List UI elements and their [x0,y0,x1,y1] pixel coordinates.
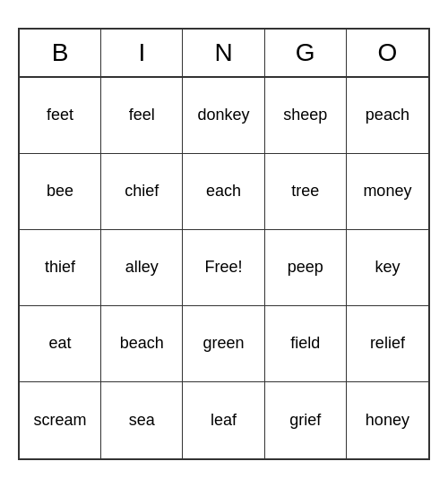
cell-r3-c0: eat [20,306,101,382]
bingo-grid: feetfeeldonkeysheeppeachbeechiefeachtree… [20,78,428,458]
cell-r0-c3: sheep [265,78,347,154]
cell-r3-c2: green [183,306,264,382]
cell-r4-c4: honey [347,382,428,458]
cell-r1-c1: chief [101,154,183,230]
bingo-header: BINGO [20,30,428,78]
cell-r0-c0: feet [20,78,101,154]
header-letter: O [347,30,428,76]
cell-r0-c2: donkey [183,78,264,154]
header-letter: G [265,30,347,76]
header-letter: I [101,30,183,76]
cell-r3-c1: beach [101,306,183,382]
cell-r1-c3: tree [265,154,347,230]
bingo-card: BINGO feetfeeldonkeysheeppeachbeechiefea… [18,28,430,460]
cell-r4-c2: leaf [183,382,264,458]
header-letter: B [20,30,101,76]
cell-r3-c4: relief [347,306,428,382]
cell-r3-c3: field [265,306,347,382]
cell-r1-c4: money [347,154,428,230]
cell-r2-c3: peep [265,230,347,306]
cell-r1-c0: bee [20,154,101,230]
cell-r4-c0: scream [20,382,101,458]
cell-r0-c1: feel [101,78,183,154]
cell-r2-c2: Free! [183,230,264,306]
cell-r2-c1: alley [101,230,183,306]
header-letter: N [183,30,264,76]
cell-r1-c2: each [183,154,264,230]
cell-r2-c4: key [347,230,428,306]
cell-r2-c0: thief [20,230,101,306]
cell-r0-c4: peach [347,78,428,154]
cell-r4-c3: grief [265,382,347,458]
cell-r4-c1: sea [101,382,183,458]
